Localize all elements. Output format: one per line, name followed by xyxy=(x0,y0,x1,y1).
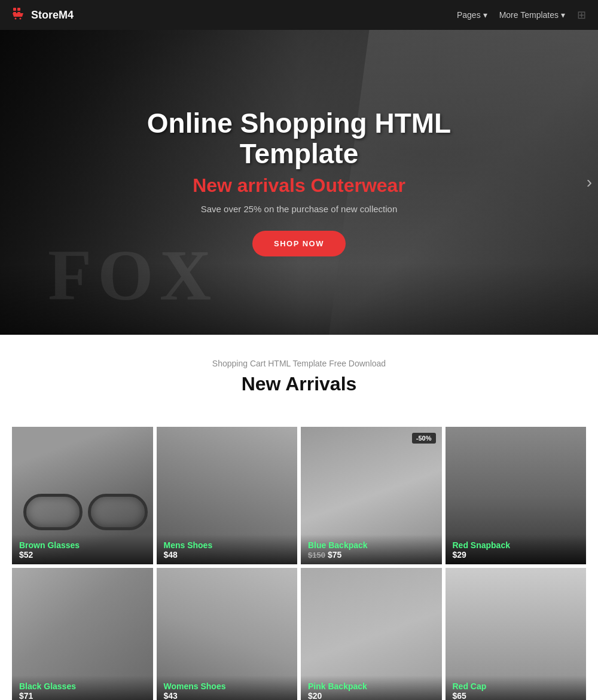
hero-subtitle: New arrivals Outerwear xyxy=(102,175,496,197)
product-card[interactable]: Black Glasses$71 xyxy=(12,568,153,700)
product-price: $52 xyxy=(19,550,146,560)
nav-pages-label: Pages xyxy=(457,10,481,20)
product-price: $150$75 xyxy=(308,550,435,560)
hero-title: Online Shopping HTML Template xyxy=(102,108,496,169)
svg-point-5 xyxy=(20,17,22,19)
brand-name: StoreM4 xyxy=(31,9,74,22)
product-overlay: Blue Backpack$150$75 xyxy=(301,534,442,564)
product-overlay: Brown Glasses$52 xyxy=(12,534,153,564)
product-price: $29 xyxy=(453,550,579,560)
nav-divider: ⊞ xyxy=(577,8,586,22)
product-overlay: Black Glasses$71 xyxy=(12,675,153,700)
product-name: Brown Glasses xyxy=(19,540,146,550)
product-name: Pink Backpack xyxy=(308,681,435,691)
hero-next-arrow[interactable]: › xyxy=(587,173,592,192)
products-grid: Brown Glasses$52Mens Shoes$48Blue Backpa… xyxy=(0,425,598,700)
nav-more-templates[interactable]: More Templates ▾ xyxy=(499,10,565,20)
svg-point-4 xyxy=(15,17,17,19)
hero-section: FOX Online Shopping HTML Template New ar… xyxy=(0,30,598,335)
product-card[interactable]: Red Cap$65 xyxy=(446,568,587,700)
product-price: $65 xyxy=(453,691,579,700)
shop-now-button[interactable]: SHOP NOW xyxy=(252,231,346,256)
product-card[interactable]: Pink Backpack$20 xyxy=(301,568,442,700)
product-name: Black Glasses xyxy=(19,681,146,691)
product-card[interactable]: Red Snapback$29 xyxy=(446,427,587,564)
product-overlay: Mens Shoes$48 xyxy=(157,534,298,564)
product-card[interactable]: Blue Backpack$150$75-50% xyxy=(301,427,442,564)
product-overlay: Red Cap$65 xyxy=(446,675,587,700)
cart-icon xyxy=(12,7,26,24)
product-price: $20 xyxy=(308,691,435,700)
brand: StoreM4 xyxy=(12,7,74,24)
new-arrivals-section: Shopping Cart HTML Template Free Downloa… xyxy=(0,335,598,425)
section-subtitle: Shopping Cart HTML Template Free Downloa… xyxy=(12,359,586,368)
product-name: Blue Backpack xyxy=(308,540,435,550)
product-name: Mens Shoes xyxy=(164,540,291,550)
product-original-price: $150 xyxy=(308,551,325,560)
section-title: New Arrivals xyxy=(12,373,586,395)
svg-rect-1 xyxy=(17,8,20,11)
product-overlay: Womens Shoes$43 xyxy=(157,675,298,700)
nav-links: Pages ▾ More Templates ▾ ⊞ xyxy=(457,8,586,22)
nav-more-label: More Templates xyxy=(499,10,559,20)
chevron-down-icon-2: ▾ xyxy=(561,10,565,20)
product-name: Womens Shoes xyxy=(164,681,291,691)
nav-pages[interactable]: Pages ▾ xyxy=(457,10,487,20)
navbar: StoreM4 Pages ▾ More Templates ▾ ⊞ xyxy=(0,0,598,30)
product-name: Red Snapback xyxy=(453,540,579,550)
product-card[interactable]: Brown Glasses$52 xyxy=(12,427,153,564)
svg-rect-0 xyxy=(13,8,16,11)
product-overlay: Pink Backpack$20 xyxy=(301,675,442,700)
product-price: $43 xyxy=(164,691,291,700)
hero-content: Online Shopping HTML Template New arriva… xyxy=(90,108,508,256)
product-price: $48 xyxy=(164,550,291,560)
hero-subtitle-highlight: Outerwear xyxy=(311,175,405,196)
product-price: $71 xyxy=(19,691,146,700)
product-card[interactable]: Mens Shoes$48 xyxy=(157,427,298,564)
product-name: Red Cap xyxy=(453,681,579,691)
product-overlay: Red Snapback$29 xyxy=(446,534,587,564)
product-badge: -50% xyxy=(412,433,436,444)
hero-subtitle-prefix: New arrivals xyxy=(193,175,310,196)
product-card[interactable]: Womens Shoes$43 xyxy=(157,568,298,700)
hero-description: Save over 25% on the purchase of new col… xyxy=(102,204,496,214)
chevron-down-icon: ▾ xyxy=(483,10,487,20)
